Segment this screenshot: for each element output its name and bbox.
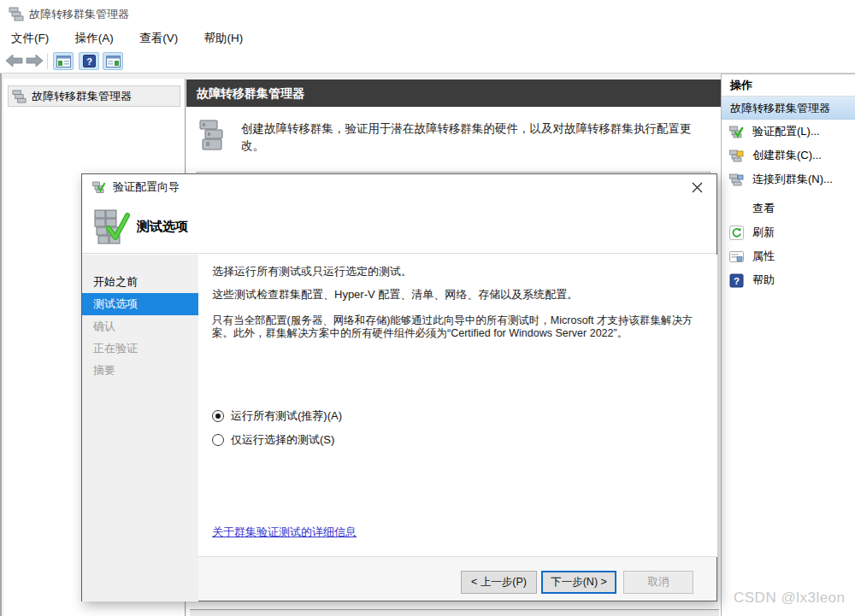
center-description-text: 创建故障转移群集，验证用于潜在故障转移群集的硬件，以及对故障转移群集执行配置更改…	[241, 120, 707, 154]
wizard-title: 验证配置向导	[113, 179, 180, 195]
action-validate-configuration[interactable]: 验证配置(L)...	[722, 120, 855, 144]
action-label: 帮助	[752, 273, 775, 288]
actions-pane-title: 操作	[722, 74, 855, 97]
action-label: 创建群集(C)...	[752, 148, 822, 163]
radio-selected-icon[interactable]	[212, 410, 224, 422]
back-icon[interactable]	[5, 54, 23, 67]
app-window: 故障转移群集管理器 文件(F) 操作(A) 查看(V) 帮助(H) ?	[0, 0, 855, 616]
next-button[interactable]: 下一步(N) >	[541, 571, 616, 594]
step-testing-options: 测试选项	[82, 293, 198, 315]
cluster-connect-icon	[729, 173, 744, 187]
wizard-paragraph-3: 只有当全部配置(服务器、网络和存储)能够通过此向导中的所有测试时，Microso…	[212, 314, 704, 341]
toolbar-separator	[47, 53, 48, 69]
cluster-validate-icon	[729, 125, 744, 139]
properties-icon	[729, 249, 744, 264]
step-summary: 摘要	[82, 360, 198, 382]
actions-pane: 操作 故障转移群集管理器 验证配置(L)... 创建群集(C)...	[721, 73, 855, 616]
radio-unselected-icon[interactable]	[212, 434, 224, 446]
tree-item-failover-cluster-manager[interactable]: 故障转移群集管理器	[8, 85, 180, 107]
refresh-icon	[729, 226, 744, 240]
csdn-watermark: CSDN @lx3leon	[734, 590, 846, 607]
cluster-validation-details-link[interactable]: 关于群集验证测试的详细信息	[212, 525, 357, 540]
cluster-app-icon	[9, 6, 24, 21]
action-pane-toggle-button[interactable]	[103, 52, 123, 70]
action-help[interactable]: ? 帮助	[722, 268, 855, 292]
cluster-create-icon	[729, 149, 744, 163]
radio-run-selected-tests[interactable]: 仅运行选择的测试(S)	[212, 432, 334, 448]
action-label: 查看	[752, 201, 775, 216]
toolbar-help-button[interactable]: ?	[79, 52, 99, 70]
menu-help[interactable]: 帮助(H)	[193, 26, 255, 50]
center-description-row: 创建故障转移群集，验证用于潜在故障转移群集的硬件，以及对故障转移群集执行配置更改…	[186, 107, 721, 175]
action-label: 连接到群集(N)...	[752, 172, 833, 187]
radio-run-all-tests[interactable]: 运行所有测试(推荐)(A)	[212, 408, 342, 424]
menu-bar: 文件(F) 操作(A) 查看(V) 帮助(H)	[0, 26, 855, 50]
step-validating: 正在验证	[82, 337, 198, 360]
center-groupbox-bottom-edge	[190, 609, 719, 616]
wizard-close-button[interactable]	[684, 176, 710, 198]
cluster-node-icon	[12, 89, 27, 103]
console-tree-icon	[56, 56, 71, 67]
help-icon: ?	[729, 273, 744, 288]
menu-view[interactable]: 查看(V)	[128, 26, 189, 50]
window-title: 故障转移群集管理器	[29, 7, 129, 22]
step-before-you-begin: 开始之前	[82, 271, 198, 293]
step-confirmation: 确认	[82, 315, 198, 337]
close-icon	[692, 182, 703, 193]
wizard-heading: 测试选项	[137, 219, 188, 235]
action-label: 验证配置(L)...	[752, 124, 820, 139]
action-properties[interactable]: 属性	[722, 244, 855, 268]
actions-selected-scope[interactable]: 故障转移群集管理器	[722, 97, 855, 120]
action-label: 属性	[752, 249, 775, 264]
action-pane-icon	[106, 56, 121, 67]
radio-label: 运行所有测试(推荐)(A)	[231, 408, 342, 424]
cancel-button[interactable]: 取消	[623, 571, 693, 594]
help-icon: ?	[83, 55, 96, 67]
wizard-paragraph-1: 选择运行所有测试或只运行选定的测试。	[212, 264, 704, 279]
forward-icon[interactable]	[26, 54, 44, 67]
wizard-content: 选择运行所有测试或只运行选定的测试。 这些测试检查群集配置、Hyper-V 配置…	[198, 255, 717, 557]
window-titlebar: 故障转移群集管理器	[0, 0, 855, 26]
wizard-steps-panel: 开始之前 测试选项 确认 正在验证 摘要	[82, 255, 198, 601]
wizard-titlebar[interactable]: 验证配置向导	[82, 174, 716, 200]
toolbar: ?	[0, 50, 855, 73]
test-options-icon	[93, 207, 131, 248]
action-connect-to-cluster[interactable]: 连接到群集(N)...	[722, 167, 855, 191]
back-button[interactable]: < 上一步(P)	[461, 571, 537, 594]
wizard-paragraph-2: 这些测试检查群集配置、Hyper-V 配置、清单、网络、存储以及系统配置。	[212, 287, 704, 302]
action-refresh[interactable]: 刷新	[722, 220, 855, 244]
action-create-cluster[interactable]: 创建群集(C)...	[722, 144, 855, 167]
tree-item-label: 故障转移群集管理器	[32, 89, 132, 104]
menu-action[interactable]: 操作(A)	[64, 26, 125, 50]
action-label: 刷新	[752, 225, 775, 240]
svg-text:?: ?	[734, 275, 740, 285]
validate-configuration-wizard: 验证配置向导 测试选项 开始之前 测试选项	[81, 173, 717, 601]
center-pane-header: 故障转移群集管理器	[186, 79, 721, 107]
wizard-header: 测试选项	[82, 200, 716, 254]
svg-text:?: ?	[86, 56, 92, 67]
console-tree-toggle-button[interactable]	[53, 52, 74, 70]
action-view[interactable]: 查看	[722, 197, 855, 220]
cluster-large-icon	[198, 118, 231, 154]
wizard-title-icon	[92, 180, 106, 194]
radio-label: 仅运行选择的测试(S)	[231, 432, 334, 448]
menu-file[interactable]: 文件(F)	[0, 26, 60, 50]
wizard-footer: < 上一步(P) 下一步(N) > 取消	[198, 556, 716, 601]
